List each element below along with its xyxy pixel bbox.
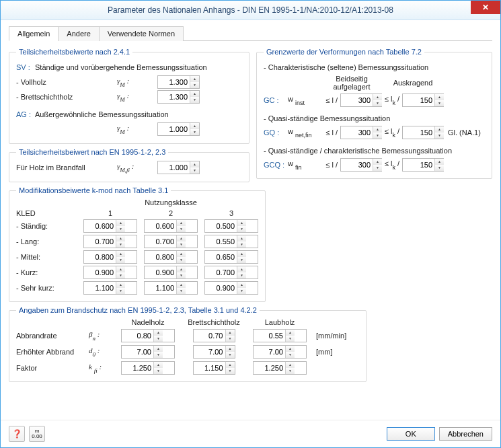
down-icon[interactable]: ▼ (373, 165, 382, 171)
spin-r2-3[interactable]: ▲▼ (253, 345, 307, 359)
spin-brand[interactable]: ▲▼ (157, 161, 200, 174)
down-icon[interactable]: ▼ (116, 257, 125, 263)
down-icon[interactable]: ▼ (226, 352, 235, 358)
spin-gq-l[interactable]: ▲▼ (340, 126, 382, 139)
tab-allgemein[interactable]: Allgemein (9, 26, 59, 41)
spin-gc-l[interactable]: ▲▼ (340, 94, 382, 107)
up-icon[interactable]: ▲ (237, 220, 246, 226)
units-button[interactable]: m0.00 (29, 426, 45, 442)
input-vollholz[interactable] (158, 77, 190, 87)
spin-r1-2[interactable]: ▲▼ (193, 329, 235, 342)
up-icon[interactable]: ▲ (116, 251, 125, 257)
down-icon[interactable]: ▼ (373, 100, 382, 106)
spin-kmod[interactable]: ▲▼ (144, 266, 198, 279)
spin-r2-2[interactable]: ▲▼ (193, 345, 235, 359)
ok-button[interactable]: OK (387, 427, 435, 441)
up-icon[interactable]: ▲ (435, 159, 444, 165)
up-icon[interactable]: ▲ (286, 362, 295, 368)
spin-kmod[interactable]: ▲▼ (83, 266, 137, 279)
down-icon[interactable]: ▼ (286, 352, 295, 358)
up-icon[interactable]: ▲ (226, 362, 235, 368)
down-icon[interactable]: ▼ (190, 129, 199, 135)
down-icon[interactable]: ▼ (116, 288, 125, 294)
up-icon[interactable]: ▲ (116, 282, 125, 288)
down-icon[interactable]: ▼ (177, 241, 186, 248)
up-icon[interactable]: ▲ (373, 126, 382, 133)
down-icon[interactable]: ▼ (177, 272, 186, 278)
down-icon[interactable]: ▼ (237, 226, 246, 232)
up-icon[interactable]: ▲ (177, 282, 186, 288)
up-icon[interactable]: ▲ (177, 251, 186, 257)
spin-gc-lk[interactable]: ▲▼ (402, 94, 444, 107)
spin-kmod[interactable]: ▲▼ (204, 235, 258, 248)
down-icon[interactable]: ▼ (154, 368, 163, 374)
spin-kmod[interactable]: ▲▼ (204, 281, 258, 295)
input-ag[interactable] (158, 124, 190, 135)
spin-r2-1[interactable]: ▲▼ (121, 345, 175, 359)
down-icon[interactable]: ▼ (116, 272, 125, 278)
down-icon[interactable]: ▼ (226, 336, 235, 342)
up-icon[interactable]: ▲ (154, 362, 163, 368)
spin-kmod[interactable]: ▲▼ (204, 266, 258, 279)
down-icon[interactable]: ▼ (116, 241, 125, 248)
spin-r3-1[interactable]: ▲▼ (121, 361, 175, 375)
up-icon[interactable]: ▲ (373, 94, 382, 100)
up-icon[interactable]: ▲ (190, 161, 199, 167)
spin-kmod[interactable]: ▲▼ (144, 250, 198, 264)
up-icon[interactable]: ▲ (190, 91, 199, 97)
up-icon[interactable]: ▲ (373, 159, 382, 165)
down-icon[interactable]: ▼ (190, 97, 199, 103)
cancel-button[interactable]: Abbrechen (439, 427, 492, 441)
spin-kmod[interactable]: ▲▼ (204, 219, 258, 233)
down-icon[interactable]: ▼ (177, 288, 186, 294)
spin-r1-1[interactable]: ▲▼ (121, 329, 175, 342)
down-icon[interactable]: ▼ (190, 167, 199, 174)
down-icon[interactable]: ▼ (154, 336, 163, 342)
up-icon[interactable]: ▲ (190, 76, 199, 82)
down-icon[interactable]: ▼ (116, 226, 125, 232)
up-icon[interactable]: ▲ (435, 126, 444, 133)
down-icon[interactable]: ▼ (237, 288, 246, 294)
down-icon[interactable]: ▼ (435, 165, 444, 171)
down-icon[interactable]: ▼ (237, 257, 246, 263)
up-icon[interactable]: ▲ (237, 282, 246, 288)
spin-gcq-lk[interactable]: ▲▼ (402, 158, 444, 172)
spin-r3-2[interactable]: ▲▼ (193, 361, 235, 375)
up-icon[interactable]: ▲ (286, 330, 295, 336)
spin-kmod[interactable]: ▲▼ (204, 250, 258, 264)
spin-brett[interactable]: ▲▼ (157, 90, 200, 104)
spin-vollholz[interactable]: ▲▼ (157, 75, 200, 89)
input-brett[interactable] (158, 91, 190, 102)
up-icon[interactable]: ▲ (435, 94, 444, 100)
up-icon[interactable]: ▲ (116, 266, 125, 272)
spin-kmod[interactable]: ▲▼ (144, 281, 198, 295)
up-icon[interactable]: ▲ (116, 235, 125, 241)
spin-r1-3[interactable]: ▲▼ (253, 329, 307, 342)
down-icon[interactable]: ▼ (237, 272, 246, 278)
up-icon[interactable]: ▲ (226, 346, 235, 352)
down-icon[interactable]: ▼ (177, 257, 186, 263)
down-icon[interactable]: ▼ (286, 368, 295, 374)
up-icon[interactable]: ▲ (154, 330, 163, 336)
up-icon[interactable]: ▲ (116, 220, 125, 226)
down-icon[interactable]: ▼ (286, 336, 295, 342)
up-icon[interactable]: ▲ (237, 266, 246, 272)
down-icon[interactable]: ▼ (435, 133, 444, 139)
close-button[interactable]: ✕ (471, 1, 500, 14)
down-icon[interactable]: ▼ (435, 100, 444, 106)
down-icon[interactable]: ▼ (237, 241, 246, 248)
up-icon[interactable]: ▲ (177, 220, 186, 226)
down-icon[interactable]: ▼ (177, 226, 186, 232)
down-icon[interactable]: ▼ (373, 133, 382, 139)
spin-kmod[interactable]: ▲▼ (83, 235, 137, 248)
up-icon[interactable]: ▲ (154, 346, 163, 352)
up-icon[interactable]: ▲ (237, 251, 246, 257)
up-icon[interactable]: ▲ (190, 123, 199, 129)
help-button[interactable]: ❓ (9, 426, 25, 442)
spin-ag[interactable]: ▲▼ (157, 122, 200, 136)
spin-gq-lk[interactable]: ▲▼ (402, 126, 444, 139)
input-brand[interactable] (158, 162, 190, 173)
spin-gcq-l[interactable]: ▲▼ (340, 158, 382, 172)
spin-kmod[interactable]: ▲▼ (144, 235, 198, 248)
up-icon[interactable]: ▲ (177, 235, 186, 241)
